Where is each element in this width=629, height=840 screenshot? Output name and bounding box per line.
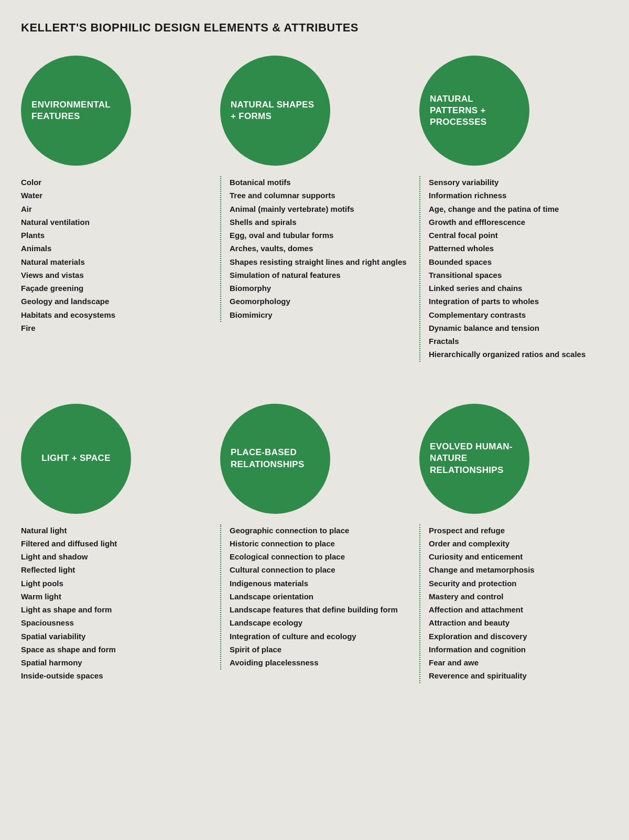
circle-3: LIGHT + SPACE: [21, 404, 131, 514]
list-item: Sensory variability: [429, 176, 585, 188]
circle-5: EVOLVED HUMAN-NATURE RELATIONSHIPS: [419, 404, 529, 514]
list-item: Reflected light: [21, 564, 117, 576]
list-item: Natural light: [21, 524, 117, 536]
section-natural-shapes-forms: NATURAL SHAPES + FORMS Botanical motifsT…: [220, 56, 409, 383]
list-item: Light and shadow: [21, 551, 117, 563]
list-item: Light pools: [21, 577, 117, 589]
list-item: Attraction and beauty: [429, 617, 535, 629]
section-evolved-human-nature: EVOLVED HUMAN-NATURE RELATIONSHIPS Prosp…: [419, 404, 608, 704]
page-title: KELLERT'S BIOPHILIC DESIGN ELEMENTS & AT…: [21, 21, 608, 35]
circle-2: NATURAL PATTERNS + PROCESSES: [419, 56, 529, 166]
list-item: Filtered and diffused light: [21, 537, 117, 550]
list-item: Animal (mainly vertebrate) motifs: [230, 203, 407, 215]
list-item: Light as shape and form: [21, 604, 117, 616]
list-item: Spirit of place: [230, 643, 398, 655]
list-item: Geomorphology: [230, 295, 407, 307]
list-item: Age, change and the patina of time: [429, 203, 585, 215]
circle-4: PLACE-BASED RELATIONSHIPS: [220, 404, 330, 514]
list-item: Natural materials: [21, 256, 115, 268]
list-item: Shells and spirals: [230, 216, 407, 228]
list-item: Information and cognition: [429, 643, 535, 655]
list-item: Dynamic balance and tension: [429, 322, 585, 334]
circle-label-2: NATURAL PATTERNS + PROCESSES: [430, 93, 519, 128]
items-list-0: ColorWaterAirNatural ventilationPlantsAn…: [21, 176, 115, 335]
list-item: Integration of parts to wholes: [429, 295, 585, 307]
list-item: Plants: [21, 229, 115, 241]
circle-label-3: LIGHT + SPACE: [41, 453, 111, 464]
list-item: Affection and attachment: [429, 604, 535, 616]
list-item: Tree and columnar supports: [230, 189, 407, 201]
list-item: Simulation of natural features: [230, 269, 407, 281]
list-item: Ecological connection to place: [230, 551, 398, 563]
main-grid: ENVIRONMENTAL FEATURES ColorWaterAirNatu…: [21, 56, 608, 704]
list-item: Landscape orientation: [230, 590, 398, 602]
list-item: Growth and efflorescence: [429, 216, 585, 228]
circle-wrap-0: ENVIRONMENTAL FEATURES: [21, 56, 131, 166]
list-item: Reverence and spirituality: [429, 670, 535, 682]
list-item: Shapes resisting straight lines and righ…: [230, 256, 407, 268]
list-item: Information richness: [429, 189, 585, 201]
list-item: Animals: [21, 242, 115, 254]
list-item: Landscape ecology: [230, 617, 398, 629]
list-item: Geographic connection to place: [230, 524, 398, 536]
list-item: Avoiding placelessness: [230, 656, 398, 669]
list-item: Landscape features that define building …: [230, 604, 398, 616]
items-list-5: Prospect and refugeOrder and complexityC…: [419, 524, 535, 683]
list-item: Historic connection to place: [230, 537, 398, 550]
list-item: Geology and landscape: [21, 295, 115, 307]
list-item: Air: [21, 203, 115, 215]
list-item: Complementary contrasts: [429, 309, 585, 321]
circle-label-4: PLACE-BASED RELATIONSHIPS: [231, 447, 320, 470]
list-item: Indigenous materials: [230, 577, 398, 589]
list-item: Prospect and refuge: [429, 524, 535, 536]
list-item: Mastery and control: [429, 590, 535, 602]
list-item: Patterned wholes: [429, 242, 585, 254]
list-item: Habitats and ecosystems: [21, 309, 115, 321]
list-item: Fear and awe: [429, 656, 535, 669]
circle-label-1: NATURAL SHAPES + FORMS: [231, 99, 320, 122]
list-item: Integration of culture and ecology: [230, 630, 398, 642]
circle-wrap-4: PLACE-BASED RELATIONSHIPS: [220, 404, 330, 514]
section-natural-patterns-processes: NATURAL PATTERNS + PROCESSES Sensory var…: [419, 56, 608, 383]
list-item: Security and protection: [429, 577, 535, 589]
list-item: Spatial variability: [21, 630, 117, 642]
list-item: Change and metamorphosis: [429, 564, 535, 576]
section-light-space: LIGHT + SPACE Natural lightFiltered and …: [21, 404, 210, 704]
circle-wrap-5: EVOLVED HUMAN-NATURE RELATIONSHIPS: [419, 404, 529, 514]
list-item: Arches, vaults, domes: [230, 242, 407, 254]
list-item: Space as shape and form: [21, 643, 117, 655]
list-item: Warm light: [21, 590, 117, 602]
list-item: Botanical motifs: [230, 176, 407, 188]
list-item: Natural ventilation: [21, 216, 115, 228]
list-item: Cultural connection to place: [230, 564, 398, 576]
list-item: Bounded spaces: [429, 256, 585, 268]
list-item: Views and vistas: [21, 269, 115, 281]
items-list-2: Sensory variabilityInformation richnessA…: [419, 176, 585, 362]
section-environmental-features: ENVIRONMENTAL FEATURES ColorWaterAirNatu…: [21, 56, 210, 383]
list-item: Hierarchically organized ratios and scal…: [429, 348, 585, 360]
circle-label-5: EVOLVED HUMAN-NATURE RELATIONSHIPS: [430, 441, 519, 476]
list-item: Spatial harmony: [21, 656, 117, 669]
list-item: Façade greening: [21, 282, 115, 294]
list-item: Fire: [21, 322, 115, 334]
circle-0: ENVIRONMENTAL FEATURES: [21, 56, 131, 166]
list-item: Linked series and chains: [429, 282, 585, 294]
list-item: Egg, oval and tubular forms: [230, 229, 407, 241]
section-place-based-relationships: PLACE-BASED RELATIONSHIPS Geographic con…: [220, 404, 409, 704]
items-list-4: Geographic connection to placeHistoric c…: [220, 524, 398, 670]
list-item: Fractals: [429, 335, 585, 347]
list-item: Central focal point: [429, 229, 585, 241]
list-item: Transitional spaces: [429, 269, 585, 281]
items-list-1: Botanical motifsTree and columnar suppor…: [220, 176, 407, 322]
list-item: Exploration and discovery: [429, 630, 535, 642]
list-item: Biomimicry: [230, 309, 407, 321]
list-item: Curiosity and enticement: [429, 551, 535, 563]
list-item: Order and complexity: [429, 537, 535, 550]
list-item: Color: [21, 176, 115, 188]
circle-wrap-3: LIGHT + SPACE: [21, 404, 131, 514]
circle-1: NATURAL SHAPES + FORMS: [220, 56, 330, 166]
items-list-3: Natural lightFiltered and diffused light…: [21, 524, 117, 683]
list-item: Inside-outside spaces: [21, 670, 117, 682]
list-item: Spaciousness: [21, 617, 117, 629]
circle-wrap-2: NATURAL PATTERNS + PROCESSES: [419, 56, 529, 166]
